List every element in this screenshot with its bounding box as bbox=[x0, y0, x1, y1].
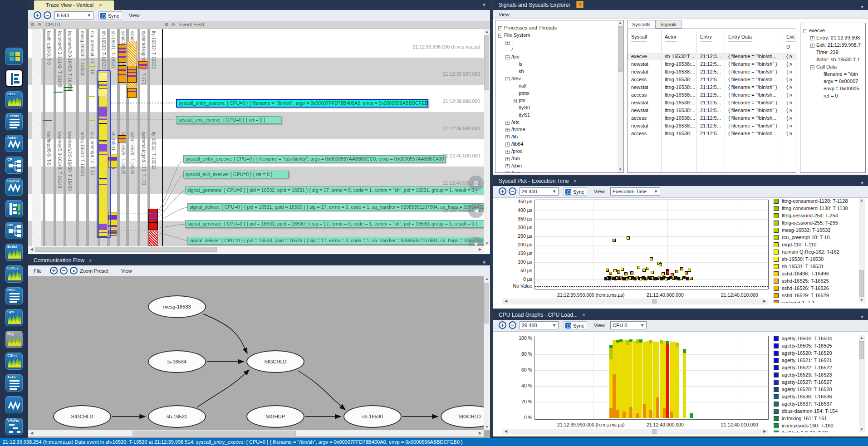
table-column-header[interactable]: Syscall bbox=[631, 32, 647, 42]
tree-item[interactable]: +/run bbox=[505, 155, 623, 162]
flow-node[interactable]: SIGCHLD bbox=[246, 350, 304, 373]
scatter-point[interactable] bbox=[621, 268, 624, 271]
zoom-in-icon[interactable]: + bbox=[34, 11, 41, 19]
load-bar[interactable] bbox=[643, 342, 646, 418]
plot-area[interactable] bbox=[535, 336, 769, 420]
trace-vscrollbar[interactable]: ▲ ▼ bbox=[484, 29, 490, 246]
load-bar[interactable] bbox=[670, 342, 673, 418]
load-bar[interactable] bbox=[656, 342, 659, 418]
load-bar[interactable] bbox=[683, 349, 686, 418]
detail-item[interactable]: Time: 239 bbox=[810, 49, 865, 56]
scatter-point[interactable] bbox=[659, 263, 662, 266]
sidebar-item-cpu[interactable]: CPU bbox=[5, 91, 23, 108]
scatter-point[interactable] bbox=[627, 236, 630, 240]
expand-icon[interactable]: + bbox=[505, 41, 510, 45]
scroll-up-icon[interactable]: ▲ bbox=[484, 277, 490, 281]
task-fragment[interactable] bbox=[127, 88, 137, 98]
syscalls-table[interactable]: SyscallActorEntryEntry DataExit Dexecves… bbox=[627, 29, 796, 173]
legend-item[interactable]: sh-16531: T-16531 bbox=[774, 263, 824, 270]
tab-trace-view-vertical[interactable]: Trace View - Vertical× bbox=[34, 0, 114, 10]
expand-icon[interactable]: + bbox=[505, 142, 510, 147]
scatter-point[interactable] bbox=[686, 277, 689, 280]
detail-item[interactable]: +Entry: 21:12:39.998 bbox=[810, 34, 865, 41]
flow-node[interactable]: sh-16531 bbox=[148, 405, 206, 428]
scroll-down-icon[interactable]: ▼ bbox=[859, 427, 864, 432]
scroll-right-icon[interactable]: ▶ bbox=[477, 247, 483, 252]
flow-node[interactable]: sh-16530 bbox=[343, 405, 402, 428]
view-menu[interactable]: View bbox=[121, 267, 132, 275]
detail-item[interactable]: −Call Data bbox=[810, 63, 865, 70]
plot-hscrollbar[interactable]: ◀ ▶ bbox=[502, 299, 768, 304]
tab-syscalls[interactable]: Syscalls bbox=[627, 20, 655, 29]
gear-icon[interactable]: ⚙ bbox=[30, 22, 35, 28]
tree-vscrollbar[interactable]: ▲ ▼ bbox=[618, 20, 623, 172]
legend-item[interactable]: agetty-16521: T-16521 bbox=[774, 357, 832, 364]
expand-icon[interactable]: + bbox=[498, 26, 502, 30]
legend-item[interactable]: agetty-16520: T-16520 bbox=[774, 350, 832, 357]
collapse-column-icon[interactable]: ⊖ bbox=[171, 22, 175, 28]
task-fragment[interactable] bbox=[127, 66, 137, 83]
load-bar[interactable] bbox=[673, 342, 676, 418]
expand-icon[interactable]: + bbox=[505, 172, 510, 173]
event-label[interactable]: signal_deliver: { CPU=0 } { pid = 16530,… bbox=[187, 237, 486, 245]
legend-item[interactable]: agetty-16523: T-16523 bbox=[774, 372, 832, 379]
detail-item[interactable]: −execve bbox=[803, 27, 865, 34]
load-bar[interactable] bbox=[626, 340, 629, 418]
table-row[interactable]: execvesh-16530:T-...21:12:3...{ filename… bbox=[628, 53, 796, 60]
legend-item[interactable]: lttng-consumerd-1130: T-1130 bbox=[774, 205, 848, 212]
table-row[interactable]: newstatlttng-16538:...21:12:5...{ filena… bbox=[628, 99, 796, 107]
event-label[interactable]: syscall_exit_execve: { CPU=0 } { ret = 0… bbox=[183, 171, 289, 178]
comm-flow-hscrollbar[interactable]: ◀ ▶ bbox=[28, 430, 484, 436]
legend-item[interactable]: rcu_preempt-10: T-10 bbox=[774, 234, 830, 241]
tree-item[interactable]: ttyS0 bbox=[513, 104, 623, 111]
table-row[interactable]: accesslttng-16538:...21:12:5...{ filenam… bbox=[628, 76, 796, 83]
load-bar[interactable] bbox=[646, 341, 649, 418]
sidebar-item-csint[interactable]: CSInt bbox=[5, 353, 23, 370]
detail-item[interactable]: filename = "/bin bbox=[818, 70, 865, 78]
load-bar[interactable] bbox=[690, 413, 693, 418]
trace-view-menu[interactable]: View bbox=[129, 11, 140, 20]
detail-item[interactable]: Actor: sh-16530:T-1 bbox=[810, 56, 865, 63]
legend-item[interactable]: agetty-16522: T-16522 bbox=[774, 364, 832, 372]
flow-node[interactable]: mesg-16533 bbox=[148, 295, 206, 318]
load-bar[interactable] bbox=[613, 340, 616, 418]
scatter-point[interactable] bbox=[682, 276, 686, 279]
scatter-point[interactable] bbox=[613, 269, 617, 272]
task-fragment[interactable] bbox=[148, 230, 158, 246]
sidebar-item-events[interactable]: Events bbox=[5, 113, 23, 130]
scroll-left-icon[interactable]: ◀ bbox=[503, 299, 509, 304]
file-menu[interactable]: File bbox=[34, 267, 42, 275]
scroll-up-icon[interactable]: ▲ bbox=[859, 198, 864, 203]
legend-item[interactable]: agetty-16537: T-16537 bbox=[774, 401, 832, 408]
flow-node[interactable]: SIGHUP bbox=[246, 405, 304, 428]
sidebar-item-actor-graph[interactable]: Actor bbox=[5, 135, 23, 152]
scatter-point[interactable] bbox=[642, 269, 646, 272]
zoom-preset-icon[interactable]: • bbox=[70, 267, 78, 274]
legend-item[interactable]: agetty-16504: T-16504 bbox=[774, 335, 832, 343]
flow-node[interactable]: ls-16534 bbox=[148, 350, 206, 373]
tree-item[interactable]: ttyS1 bbox=[513, 111, 623, 118]
detail-item[interactable]: envp = 0x00005 bbox=[818, 85, 865, 92]
explorer-title[interactable]: Signals and Syscalls Explorer × ▼ bbox=[493, 0, 868, 10]
legend-item[interactable]: agetty-16505: T-16505 bbox=[774, 343, 832, 350]
legend-item[interactable]: agetty-16527: T-16527 bbox=[774, 379, 832, 386]
task-fragment[interactable] bbox=[148, 209, 158, 230]
scatter-point[interactable] bbox=[650, 257, 653, 260]
scroll-right-icon[interactable]: ▶ bbox=[477, 431, 483, 436]
sidebar-item-usrevt[interactable]: UsrEvt bbox=[5, 178, 23, 196]
scatter-point[interactable] bbox=[613, 239, 616, 242]
tree-item[interactable]: −File System bbox=[498, 31, 623, 39]
scrollbar-thumb[interactable] bbox=[35, 247, 217, 252]
trace-hscrollbar[interactable]: ◀ ▶ bbox=[28, 246, 484, 253]
sidebar-item-cf[interactable]: CF bbox=[5, 157, 23, 174]
scroll-left-icon[interactable]: ◀ bbox=[503, 429, 509, 434]
scroll-down-icon[interactable]: ▼ bbox=[484, 425, 490, 430]
tree-item[interactable]: ls bbox=[513, 60, 623, 68]
close-icon[interactable]: × bbox=[89, 258, 92, 263]
scroll-right-icon[interactable]: ▶ bbox=[762, 299, 767, 304]
scatter-point[interactable] bbox=[646, 267, 649, 270]
scatter-point[interactable] bbox=[624, 272, 628, 275]
legend-item[interactable]: dbus-daemon-154: T-154 bbox=[774, 408, 838, 415]
scatter-point[interactable] bbox=[688, 269, 691, 272]
load-bar[interactable] bbox=[619, 339, 623, 418]
